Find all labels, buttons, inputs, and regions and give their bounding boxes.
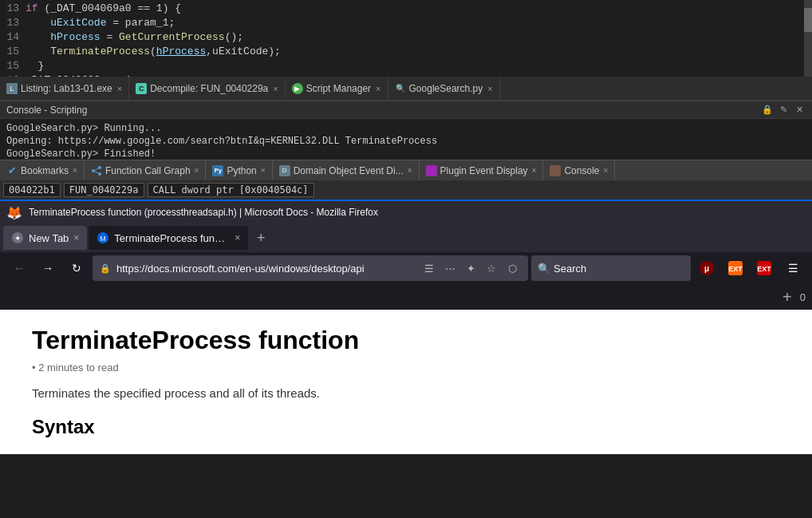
tab-script-manager-close[interactable]: × (376, 84, 380, 93)
firefox-tab-newtab-close[interactable]: × (73, 232, 79, 243)
url-actions: ☰ ⋯ ✦ ☆ ⬡ (420, 259, 522, 278)
console-line-3: GoogleSearch.py> Finished! (6, 148, 806, 160)
console-output: GoogleSearch.py> Running... Opening: htt… (0, 119, 812, 164)
address-box-3[interactable]: CALL dword ptr [0x0040504c] (148, 183, 314, 197)
console-header-icons: 🔒 ✎ ✕ (761, 104, 806, 117)
tab-listing[interactable]: L Listing: Lab13-01.exe × (0, 77, 129, 101)
main-tab-bar: L Listing: Lab13-01.exe × C Decompile: F… (0, 77, 812, 101)
bottom-tab-python-label: Python (227, 165, 256, 176)
tab-listing-close[interactable]: × (117, 84, 122, 93)
code-editor: 13 if (_DAT_004069a0 == 1) { 13 uExitCod… (0, 0, 812, 77)
bottom-tab-function-call-graph-close[interactable]: × (195, 166, 199, 175)
svg-line-3 (95, 168, 98, 170)
console-panel: Console - Scripting 🔒 ✎ ✕ GoogleSearch.p… (0, 101, 812, 160)
extension-button-1[interactable]: EXT (723, 255, 748, 281)
listing-icon: L (6, 83, 18, 94)
plugin-event-icon (426, 165, 437, 176)
console-title: Console - Scripting (6, 105, 87, 116)
tab-decompile-close[interactable]: × (273, 84, 278, 93)
tab-decompile-label: Decompile: FUN_0040229a (150, 83, 268, 94)
extension-button-2[interactable]: EXT (751, 255, 777, 281)
tab-googlesearch[interactable]: 🔍 GoogleSearch.py × (388, 77, 500, 101)
firefox-new-tab-button[interactable]: + (250, 227, 272, 249)
page-content: TerminateProcess function • 2 minutes to… (0, 310, 812, 454)
tab-googlesearch-close[interactable]: × (487, 84, 492, 93)
tab-googlesearch-label: GoogleSearch.py (409, 83, 483, 94)
console-header: Console - Scripting 🔒 ✎ ✕ (0, 101, 812, 119)
firefox-title: TerminateProcess function (processthread… (29, 207, 378, 218)
code-line: 13 if (_DAT_004069a0 == 1) { (0, 2, 812, 16)
bottom-tab-python-close[interactable]: × (261, 166, 266, 175)
console-line-1: GoogleSearch.py> Running... (6, 122, 806, 135)
find-count: 0 (800, 291, 806, 303)
forward-button[interactable]: → (35, 255, 61, 281)
more-options-button[interactable]: ⋯ (440, 259, 459, 278)
tab-listing-label: Listing: Lab13-01.exe (21, 83, 112, 94)
python-icon: Py (212, 165, 223, 176)
tab-decompile[interactable]: C Decompile: FUN_0040229a × (129, 77, 286, 101)
firefox-menu-button[interactable]: ☰ (780, 255, 806, 281)
code-line: 15 TerminateProcess(hProcess,uExitCode); (0, 45, 812, 59)
find-in-page-bar: + 0 (0, 284, 812, 310)
console-close-icon[interactable]: ✕ (793, 104, 806, 117)
svg-line-4 (95, 172, 98, 173)
bottom-tab-bookmarks-close[interactable]: × (73, 166, 77, 175)
firefox-logo: 🦊 (6, 204, 22, 220)
page-description: Terminates the specified process and all… (32, 386, 780, 400)
ublock-origin-button[interactable]: μ (694, 255, 719, 281)
newtab-icon: ✦ (11, 231, 24, 244)
firefox-right-buttons: μ EXT EXT ☰ (694, 255, 806, 281)
code-line: 15 } (0, 59, 812, 73)
function-call-graph-icon (91, 165, 102, 176)
svg-text:μ: μ (704, 264, 709, 273)
console-lock-icon[interactable]: 🔒 (761, 104, 774, 117)
googlesearch-icon: 🔍 (395, 83, 406, 94)
url-text: https://docs.microsoft.com/en-us/windows… (116, 263, 415, 275)
firefox-titlebar: 🦊 TerminateProcess function (processthre… (0, 201, 812, 223)
address-box-2[interactable]: FUN_0040229a (64, 183, 144, 197)
address-row: 004022b1 FUN_0040229a CALL dword ptr [0x… (0, 180, 812, 200)
bottom-tab-plugin-event-label: Plugin Event Display (440, 165, 528, 176)
page-title: TerminateProcess function (32, 326, 780, 355)
firefox-tab-newtab-label: New Tab (29, 232, 69, 244)
console-tab-icon (550, 165, 561, 176)
webcompat-button[interactable]: ⬡ (503, 259, 522, 278)
svg-text:EXT: EXT (728, 265, 743, 273)
firefox-tab-terminateprocess-close[interactable]: × (235, 232, 240, 243)
bookmark-star-button[interactable]: ☆ (482, 259, 501, 278)
firefox-tab-bar: ✦ New Tab × M TerminateProcess functi...… (0, 223, 812, 252)
firefox-tab-terminateprocess[interactable]: M TerminateProcess functi... × (89, 226, 248, 250)
toolbar-search-text[interactable]: Search (554, 263, 586, 275)
bottom-tab-console-close[interactable]: × (603, 166, 608, 175)
bottom-tab-console-label: Console (564, 165, 599, 176)
url-lock-icon: 🔒 (99, 262, 112, 275)
decompile-icon: C (136, 83, 147, 94)
address-box-1[interactable]: 004022b1 (3, 183, 61, 197)
back-button[interactable]: ← (6, 255, 32, 281)
svg-text:M: M (101, 235, 107, 243)
bottom-tab-plugin-event-close[interactable]: × (532, 166, 537, 175)
svg-point-0 (92, 169, 95, 172)
bottom-tab-domain-object-close[interactable]: × (408, 166, 412, 175)
toolbar-search-box[interactable]: 🔍 Search (531, 255, 691, 281)
reader-view-button[interactable]: ☰ (420, 259, 439, 278)
reload-button[interactable]: ↻ (64, 255, 89, 281)
vertical-scrollbar[interactable] (804, 0, 812, 77)
console-edit-icon[interactable]: ✎ (777, 104, 790, 117)
svg-point-1 (98, 166, 101, 169)
firefox-toolbar: ← → ↻ 🔒 https://docs.microsoft.com/en-us… (0, 252, 812, 284)
code-line: 14 hProcess = GetCurrentProcess(); (0, 30, 812, 45)
url-bar[interactable]: 🔒 https://docs.microsoft.com/en-us/windo… (93, 255, 528, 281)
pocket-button[interactable]: ✦ (461, 259, 480, 278)
scrollbar-thumb[interactable] (804, 8, 812, 32)
page-read-time: • 2 minutes to read (32, 362, 780, 374)
find-add-button[interactable]: + (778, 287, 797, 306)
firefox-tab-terminateprocess-label: TerminateProcess functi... (114, 232, 230, 244)
tab-script-manager[interactable]: ▶ Script Manager × (286, 77, 388, 101)
console-line-2: Opening: https://www.google.com/search?b… (6, 135, 806, 148)
svg-text:EXT: EXT (757, 265, 771, 273)
script-manager-icon: ▶ (292, 83, 303, 94)
bottom-tab-function-call-graph-label: Function Call Graph (105, 165, 191, 176)
bottom-tab-domain-object-label: Domain Object Event Di... (294, 165, 404, 176)
firefox-tab-newtab[interactable]: ✦ New Tab × (3, 226, 87, 250)
